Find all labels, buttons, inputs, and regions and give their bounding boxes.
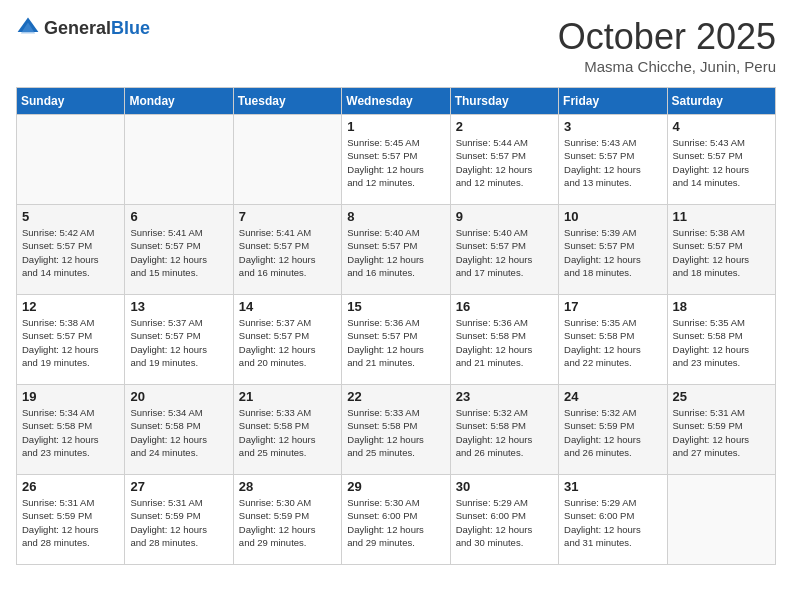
calendar-cell: 14Sunrise: 5:37 AM Sunset: 5:57 PM Dayli… — [233, 295, 341, 385]
calendar-cell: 7Sunrise: 5:41 AM Sunset: 5:57 PM Daylig… — [233, 205, 341, 295]
calendar-cell: 3Sunrise: 5:43 AM Sunset: 5:57 PM Daylig… — [559, 115, 667, 205]
day-number: 23 — [456, 389, 553, 404]
calendar-cell: 21Sunrise: 5:33 AM Sunset: 5:58 PM Dayli… — [233, 385, 341, 475]
day-info: Sunrise: 5:33 AM Sunset: 5:58 PM Dayligh… — [239, 406, 336, 459]
day-info: Sunrise: 5:37 AM Sunset: 5:57 PM Dayligh… — [130, 316, 227, 369]
day-number: 3 — [564, 119, 661, 134]
day-info: Sunrise: 5:39 AM Sunset: 5:57 PM Dayligh… — [564, 226, 661, 279]
day-info: Sunrise: 5:31 AM Sunset: 5:59 PM Dayligh… — [130, 496, 227, 549]
calendar-body: 1Sunrise: 5:45 AM Sunset: 5:57 PM Daylig… — [17, 115, 776, 565]
calendar-week-row: 19Sunrise: 5:34 AM Sunset: 5:58 PM Dayli… — [17, 385, 776, 475]
day-info: Sunrise: 5:34 AM Sunset: 5:58 PM Dayligh… — [130, 406, 227, 459]
day-info: Sunrise: 5:40 AM Sunset: 5:57 PM Dayligh… — [456, 226, 553, 279]
logo: GeneralBlue — [16, 16, 150, 40]
day-number: 20 — [130, 389, 227, 404]
day-number: 1 — [347, 119, 444, 134]
day-number: 26 — [22, 479, 119, 494]
day-number: 19 — [22, 389, 119, 404]
day-info: Sunrise: 5:31 AM Sunset: 5:59 PM Dayligh… — [673, 406, 770, 459]
calendar-subtitle: Masma Chicche, Junin, Peru — [558, 58, 776, 75]
weekday-header-cell: Wednesday — [342, 88, 450, 115]
calendar-cell: 15Sunrise: 5:36 AM Sunset: 5:57 PM Dayli… — [342, 295, 450, 385]
calendar-cell: 18Sunrise: 5:35 AM Sunset: 5:58 PM Dayli… — [667, 295, 775, 385]
calendar-cell: 12Sunrise: 5:38 AM Sunset: 5:57 PM Dayli… — [17, 295, 125, 385]
calendar-cell — [125, 115, 233, 205]
day-info: Sunrise: 5:38 AM Sunset: 5:57 PM Dayligh… — [22, 316, 119, 369]
weekday-header-cell: Monday — [125, 88, 233, 115]
day-number: 30 — [456, 479, 553, 494]
calendar-week-row: 26Sunrise: 5:31 AM Sunset: 5:59 PM Dayli… — [17, 475, 776, 565]
day-info: Sunrise: 5:35 AM Sunset: 5:58 PM Dayligh… — [564, 316, 661, 369]
day-number: 17 — [564, 299, 661, 314]
day-number: 18 — [673, 299, 770, 314]
day-info: Sunrise: 5:30 AM Sunset: 6:00 PM Dayligh… — [347, 496, 444, 549]
day-info: Sunrise: 5:38 AM Sunset: 5:57 PM Dayligh… — [673, 226, 770, 279]
day-info: Sunrise: 5:31 AM Sunset: 5:59 PM Dayligh… — [22, 496, 119, 549]
day-number: 24 — [564, 389, 661, 404]
calendar-cell: 8Sunrise: 5:40 AM Sunset: 5:57 PM Daylig… — [342, 205, 450, 295]
calendar-cell: 22Sunrise: 5:33 AM Sunset: 5:58 PM Dayli… — [342, 385, 450, 475]
weekday-header-cell: Thursday — [450, 88, 558, 115]
day-number: 9 — [456, 209, 553, 224]
day-info: Sunrise: 5:37 AM Sunset: 5:57 PM Dayligh… — [239, 316, 336, 369]
calendar-cell: 20Sunrise: 5:34 AM Sunset: 5:58 PM Dayli… — [125, 385, 233, 475]
day-number: 22 — [347, 389, 444, 404]
day-info: Sunrise: 5:32 AM Sunset: 5:58 PM Dayligh… — [456, 406, 553, 459]
day-number: 31 — [564, 479, 661, 494]
day-info: Sunrise: 5:43 AM Sunset: 5:57 PM Dayligh… — [564, 136, 661, 189]
day-info: Sunrise: 5:35 AM Sunset: 5:58 PM Dayligh… — [673, 316, 770, 369]
day-number: 8 — [347, 209, 444, 224]
calendar-cell: 11Sunrise: 5:38 AM Sunset: 5:57 PM Dayli… — [667, 205, 775, 295]
day-number: 28 — [239, 479, 336, 494]
day-number: 4 — [673, 119, 770, 134]
logo-blue: Blue — [111, 18, 150, 38]
weekday-header-cell: Sunday — [17, 88, 125, 115]
calendar-week-row: 12Sunrise: 5:38 AM Sunset: 5:57 PM Dayli… — [17, 295, 776, 385]
day-info: Sunrise: 5:41 AM Sunset: 5:57 PM Dayligh… — [130, 226, 227, 279]
day-number: 27 — [130, 479, 227, 494]
day-info: Sunrise: 5:43 AM Sunset: 5:57 PM Dayligh… — [673, 136, 770, 189]
day-info: Sunrise: 5:45 AM Sunset: 5:57 PM Dayligh… — [347, 136, 444, 189]
day-info: Sunrise: 5:30 AM Sunset: 5:59 PM Dayligh… — [239, 496, 336, 549]
calendar-cell: 16Sunrise: 5:36 AM Sunset: 5:58 PM Dayli… — [450, 295, 558, 385]
calendar-cell — [667, 475, 775, 565]
day-info: Sunrise: 5:34 AM Sunset: 5:58 PM Dayligh… — [22, 406, 119, 459]
calendar-cell: 1Sunrise: 5:45 AM Sunset: 5:57 PM Daylig… — [342, 115, 450, 205]
day-info: Sunrise: 5:32 AM Sunset: 5:59 PM Dayligh… — [564, 406, 661, 459]
day-info: Sunrise: 5:36 AM Sunset: 5:57 PM Dayligh… — [347, 316, 444, 369]
calendar-cell: 2Sunrise: 5:44 AM Sunset: 5:57 PM Daylig… — [450, 115, 558, 205]
calendar-title: October 2025 — [558, 16, 776, 58]
calendar-cell: 24Sunrise: 5:32 AM Sunset: 5:59 PM Dayli… — [559, 385, 667, 475]
calendar-cell: 25Sunrise: 5:31 AM Sunset: 5:59 PM Dayli… — [667, 385, 775, 475]
logo-icon — [16, 16, 40, 40]
day-info: Sunrise: 5:42 AM Sunset: 5:57 PM Dayligh… — [22, 226, 119, 279]
day-number: 16 — [456, 299, 553, 314]
calendar-cell: 5Sunrise: 5:42 AM Sunset: 5:57 PM Daylig… — [17, 205, 125, 295]
day-number: 5 — [22, 209, 119, 224]
calendar-cell: 27Sunrise: 5:31 AM Sunset: 5:59 PM Dayli… — [125, 475, 233, 565]
weekday-header-row: SundayMondayTuesdayWednesdayThursdayFrid… — [17, 88, 776, 115]
logo-general: General — [44, 18, 111, 38]
weekday-header-cell: Tuesday — [233, 88, 341, 115]
calendar-week-row: 5Sunrise: 5:42 AM Sunset: 5:57 PM Daylig… — [17, 205, 776, 295]
calendar-cell: 10Sunrise: 5:39 AM Sunset: 5:57 PM Dayli… — [559, 205, 667, 295]
day-number: 11 — [673, 209, 770, 224]
weekday-header-cell: Friday — [559, 88, 667, 115]
calendar-cell: 31Sunrise: 5:29 AM Sunset: 6:00 PM Dayli… — [559, 475, 667, 565]
day-info: Sunrise: 5:29 AM Sunset: 6:00 PM Dayligh… — [564, 496, 661, 549]
page-header: GeneralBlue October 2025 Masma Chicche, … — [16, 16, 776, 75]
calendar-cell: 23Sunrise: 5:32 AM Sunset: 5:58 PM Dayli… — [450, 385, 558, 475]
day-number: 6 — [130, 209, 227, 224]
calendar-cell: 4Sunrise: 5:43 AM Sunset: 5:57 PM Daylig… — [667, 115, 775, 205]
weekday-header-cell: Saturday — [667, 88, 775, 115]
day-number: 15 — [347, 299, 444, 314]
day-info: Sunrise: 5:44 AM Sunset: 5:57 PM Dayligh… — [456, 136, 553, 189]
day-number: 21 — [239, 389, 336, 404]
calendar-cell: 17Sunrise: 5:35 AM Sunset: 5:58 PM Dayli… — [559, 295, 667, 385]
calendar-cell: 29Sunrise: 5:30 AM Sunset: 6:00 PM Dayli… — [342, 475, 450, 565]
day-number: 29 — [347, 479, 444, 494]
calendar-cell: 13Sunrise: 5:37 AM Sunset: 5:57 PM Dayli… — [125, 295, 233, 385]
calendar-cell: 30Sunrise: 5:29 AM Sunset: 6:00 PM Dayli… — [450, 475, 558, 565]
calendar-cell: 9Sunrise: 5:40 AM Sunset: 5:57 PM Daylig… — [450, 205, 558, 295]
calendar-cell — [17, 115, 125, 205]
